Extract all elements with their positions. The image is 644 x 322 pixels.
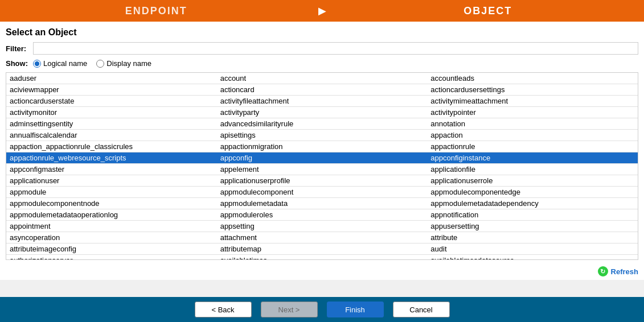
- table-row[interactable]: actioncarduserstateactivityfileattachmen…: [6, 96, 638, 107]
- table-cell[interactable]: appmodulemetadatadependency: [427, 198, 638, 209]
- radio-display-input[interactable]: [96, 60, 104, 68]
- table-cell[interactable]: activityparty: [217, 107, 428, 118]
- filter-row: Filter:: [6, 42, 638, 55]
- table-cell[interactable]: appointment: [6, 221, 217, 232]
- table-cell[interactable]: applicationfile: [427, 164, 638, 175]
- radio-logical-input[interactable]: [33, 60, 41, 68]
- table-cell[interactable]: appconfig: [217, 152, 428, 164]
- next-button[interactable]: Next >: [261, 302, 318, 317]
- filter-label: Filter:: [6, 44, 28, 53]
- table-cell[interactable]: appactionmigration: [217, 141, 428, 152]
- table-cell[interactable]: appmoduleroles: [217, 209, 428, 221]
- table-cell[interactable]: appaction: [427, 130, 638, 141]
- table-cell[interactable]: availabletimesdatasource: [427, 255, 638, 261]
- table-cell[interactable]: appactionrule: [427, 141, 638, 152]
- table-cell[interactable]: appusersetting: [427, 221, 638, 232]
- table-row[interactable]: appmodulemetadataoperationlogappmodulero…: [6, 209, 638, 221]
- finish-button[interactable]: Finish: [327, 302, 384, 317]
- table-row[interactable]: appconfigmasterappelementapplicationfile: [6, 164, 638, 175]
- table-cell[interactable]: appmodulecomponent: [217, 187, 428, 198]
- table-row[interactable]: annualfiscalcalendarapisettingsappaction: [6, 130, 638, 141]
- table-cell[interactable]: account: [217, 73, 428, 84]
- header: ENDPOINT ▶ OBJECT: [0, 0, 644, 22]
- radio-logical-label: Logical name: [43, 59, 87, 68]
- header-arrow-icon: ▶: [313, 5, 332, 17]
- table-row[interactable]: appaction_appactionrule_classicrulesappa…: [6, 141, 638, 152]
- footer: < Back Next > Finish Cancel: [0, 297, 644, 322]
- show-row: Show: Logical name Display name: [6, 59, 638, 68]
- table-row[interactable]: aciviewmapperactioncardactioncarduserset…: [6, 84, 638, 96]
- table-cell[interactable]: aciviewmapper: [6, 84, 217, 96]
- table-cell[interactable]: appsetting: [217, 221, 428, 232]
- table-cell[interactable]: appmodulemetadataoperationlog: [6, 209, 217, 221]
- table-cell[interactable]: appnotification: [427, 209, 638, 221]
- table-cell[interactable]: applicationuserrole: [427, 175, 638, 187]
- table-cell[interactable]: annualfiscalcalendar: [6, 130, 217, 141]
- table-cell[interactable]: applicationuser: [6, 175, 217, 187]
- back-button[interactable]: < Back: [195, 302, 252, 317]
- radio-display[interactable]: Display name: [96, 59, 151, 68]
- refresh-icon: ↻: [598, 266, 608, 276]
- filter-input[interactable]: [33, 42, 638, 55]
- radio-display-label: Display name: [106, 59, 151, 68]
- radio-group: Logical name Display name: [33, 59, 151, 68]
- table-cell[interactable]: appmodulecomponentedge: [427, 187, 638, 198]
- page-title: Select an Object: [6, 27, 638, 38]
- table-cell[interactable]: actioncarduserstate: [6, 96, 217, 107]
- object-table: aaduseraccountaccountleadsaciviewmappera…: [6, 73, 638, 260]
- table-cell[interactable]: apisettings: [217, 130, 428, 141]
- table-cell[interactable]: appelement: [217, 164, 428, 175]
- table-row[interactable]: authorizationserveravailabletimesavailab…: [6, 255, 638, 261]
- table-row[interactable]: asyncoperationattachmentattribute: [6, 232, 638, 243]
- table-cell[interactable]: appconfiginstance: [427, 152, 638, 164]
- table-row[interactable]: attributeimageconfigattributemapaudit: [6, 243, 638, 255]
- refresh-label: Refresh: [611, 267, 638, 276]
- table-row[interactable]: adminsettingsentityadvancedsimilarityrul…: [6, 118, 638, 130]
- table-cell[interactable]: attributeimageconfig: [6, 243, 217, 255]
- refresh-button[interactable]: ↻ Refresh: [598, 266, 638, 276]
- table-cell[interactable]: adminsettingsentity: [6, 118, 217, 130]
- header-endpoint-label: ENDPOINT: [0, 5, 313, 17]
- object-table-wrapper[interactable]: aaduseraccountaccountleadsaciviewmappera…: [6, 72, 638, 260]
- table-cell[interactable]: advancedsimilarityrule: [217, 118, 428, 130]
- table-cell[interactable]: appconfigmaster: [6, 164, 217, 175]
- table-row[interactable]: activitymonitoractivitypartyactivitypoin…: [6, 107, 638, 118]
- cancel-button[interactable]: Cancel: [393, 302, 450, 317]
- table-cell[interactable]: appaction_appactionrule_classicrules: [6, 141, 217, 152]
- table-cell[interactable]: annotation: [427, 118, 638, 130]
- header-object-label: OBJECT: [332, 5, 645, 17]
- table-cell[interactable]: authorizationserver: [6, 255, 217, 261]
- main-content: Select an Object Filter: Show: Logical n…: [0, 22, 644, 263]
- table-cell[interactable]: appactionrule_webresource_scripts: [6, 152, 217, 164]
- table-row[interactable]: aaduseraccountaccountleads: [6, 73, 638, 84]
- table-cell[interactable]: availabletimes: [217, 255, 428, 261]
- table-cell[interactable]: appmodulecomponentnode: [6, 198, 217, 209]
- table-row[interactable]: appmodulecomponentnodeappmodulemetadataa…: [6, 198, 638, 209]
- table-cell[interactable]: actioncard: [217, 84, 428, 96]
- table-cell[interactable]: appmodulemetadata: [217, 198, 428, 209]
- table-cell[interactable]: activitymonitor: [6, 107, 217, 118]
- table-cell[interactable]: attribute: [427, 232, 638, 243]
- table-cell[interactable]: activitymimeattachment: [427, 96, 638, 107]
- table-cell[interactable]: applicationuserprofile: [217, 175, 428, 187]
- table-row[interactable]: appactionrule_webresource_scriptsappconf…: [6, 152, 638, 164]
- table-row[interactable]: appointmentappsettingappusersetting: [6, 221, 638, 232]
- table-cell[interactable]: attributemap: [217, 243, 428, 255]
- table-cell[interactable]: audit: [427, 243, 638, 255]
- table-cell[interactable]: accountleads: [427, 73, 638, 84]
- table-row[interactable]: appmoduleappmodulecomponentappmodulecomp…: [6, 187, 638, 198]
- table-cell[interactable]: actioncardusersettings: [427, 84, 638, 96]
- table-cell[interactable]: asyncoperation: [6, 232, 217, 243]
- table-row[interactable]: applicationuserapplicationuserprofileapp…: [6, 175, 638, 187]
- table-cell[interactable]: activitypointer: [427, 107, 638, 118]
- radio-logical[interactable]: Logical name: [33, 59, 87, 68]
- table-cell[interactable]: activityfileattachment: [217, 96, 428, 107]
- show-label: Show:: [6, 59, 28, 68]
- table-cell[interactable]: aaduser: [6, 73, 217, 84]
- refresh-area: ↻ Refresh: [0, 263, 644, 280]
- table-cell[interactable]: attachment: [217, 232, 428, 243]
- table-cell[interactable]: appmodule: [6, 187, 217, 198]
